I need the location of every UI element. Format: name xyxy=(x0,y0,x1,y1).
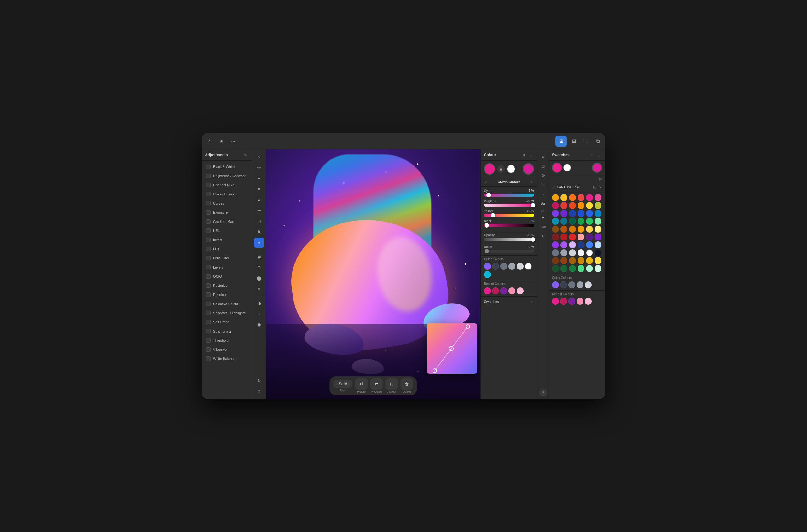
background-swatch[interactable] xyxy=(507,165,515,173)
adj-checkbox[interactable] xyxy=(206,220,211,224)
recent-colour-2[interactable] xyxy=(492,287,499,294)
adj-shadows-highlights[interactable]: Shadows / Highlights xyxy=(203,308,250,317)
recent-colour-3[interactable] xyxy=(500,287,507,294)
grid-button[interactable]: ⋮⋮ xyxy=(581,136,591,146)
adj-checkbox[interactable] xyxy=(206,311,211,315)
swatch-cell[interactable] xyxy=(552,265,559,272)
noise-thumb[interactable] xyxy=(485,249,489,253)
adj-levels[interactable]: Levels xyxy=(203,263,250,272)
opacity-thumb[interactable] xyxy=(531,237,535,242)
crop-tool[interactable]: ⊡ xyxy=(254,216,264,226)
swatch-cell[interactable] xyxy=(595,249,601,256)
canvas-area[interactable]: ✦ ✦ ✦ ✦ ✦ ✦ ✦ ✦ ✦ ✦ ✦ ✦ ✦ xyxy=(266,149,481,399)
recent-colour-4[interactable] xyxy=(508,287,515,294)
adj-checkbox[interactable] xyxy=(206,292,211,297)
swatch-cell[interactable] xyxy=(569,265,576,272)
adj-selective-colour[interactable]: Selective Colour xyxy=(203,299,250,308)
star2-tool[interactable]: ✦ xyxy=(254,309,264,319)
adj-recolour[interactable]: Recolour xyxy=(203,290,250,299)
adj-exposure[interactable]: Exposure xyxy=(203,208,250,217)
swatches-link-label[interactable]: Swatches xyxy=(484,300,499,304)
swatch-cell[interactable] xyxy=(569,242,576,248)
grid-icon[interactable]: ⋮⋮ xyxy=(539,180,548,189)
swatch-cell[interactable] xyxy=(595,226,601,233)
layers-button[interactable]: ⊟ xyxy=(569,136,579,146)
swatch-cell[interactable] xyxy=(569,202,576,209)
swatch-cell[interactable] xyxy=(552,233,559,241)
adj-vibrance[interactable]: Vibrance xyxy=(203,345,250,354)
adj-invert[interactable]: Invert xyxy=(203,235,250,244)
adj-checkbox[interactable] xyxy=(206,320,211,324)
swatch-cell[interactable] xyxy=(586,242,593,248)
reverse-button[interactable]: ⇄ xyxy=(370,378,383,390)
cyan-thumb[interactable] xyxy=(486,193,491,197)
back-button[interactable]: ‹ xyxy=(204,136,214,146)
swatch-cell[interactable] xyxy=(595,265,601,272)
adj-ocio[interactable]: OCIO xyxy=(203,272,250,281)
rotate-icon[interactable]: ↻ xyxy=(539,232,548,241)
colour-export-icon[interactable]: ⊞ xyxy=(520,152,526,158)
eyedrop-tool[interactable]: ◉ xyxy=(254,252,264,262)
noise-track[interactable] xyxy=(484,250,534,253)
transform-button[interactable]: ⧉ xyxy=(593,136,603,146)
adj-checkbox[interactable] xyxy=(206,357,211,361)
swatch-cell[interactable] xyxy=(552,257,559,264)
swatch-cell[interactable] xyxy=(586,210,593,217)
swatch-cell[interactable] xyxy=(578,202,584,209)
swatch-cell[interactable] xyxy=(595,210,601,217)
adj-hsl[interactable]: HSL xyxy=(203,226,250,235)
adj-checkbox[interactable] xyxy=(206,338,211,343)
swatch-cell[interactable] xyxy=(595,257,601,264)
swatch-cell[interactable] xyxy=(569,257,576,264)
adj-checkbox[interactable] xyxy=(206,283,211,288)
swatch-cell[interactable] xyxy=(586,226,593,233)
adj-posterise[interactable]: Posterise xyxy=(203,281,250,290)
quick-colour-white[interactable] xyxy=(525,263,532,270)
swatch-cell[interactable] xyxy=(569,218,576,225)
adj-channel-mixer[interactable]: Channel Mixer xyxy=(203,180,250,189)
adj-checkbox[interactable] xyxy=(206,201,211,206)
swatch-cell[interactable] xyxy=(578,226,584,233)
select-tool[interactable]: ↖ xyxy=(254,152,264,162)
adj-threshold[interactable]: Threshold xyxy=(203,336,250,345)
adj-checkbox[interactable] xyxy=(206,238,211,242)
swatch-cell[interactable] xyxy=(569,226,576,233)
aspect-button[interactable]: ⊡ xyxy=(386,378,398,390)
adj-checkbox[interactable] xyxy=(206,183,211,187)
sw-recent-colour[interactable] xyxy=(568,298,575,305)
sw-recent-colour[interactable] xyxy=(552,298,559,305)
sw-quick-colour[interactable] xyxy=(560,282,567,288)
star-icon[interactable]: ✦ xyxy=(539,190,548,198)
adj-colour-balance[interactable]: Colour Balance xyxy=(203,190,250,198)
swatch-cell[interactable] xyxy=(561,257,567,264)
wand-tool[interactable]: ✶ xyxy=(254,284,264,294)
active-tool[interactable]: ⁕ xyxy=(254,238,264,248)
swatch-cell[interactable] xyxy=(561,242,567,248)
swatch-cell[interactable] xyxy=(561,218,567,225)
fill-tool[interactable]: ⬤ xyxy=(254,273,264,283)
swatch-cell[interactable] xyxy=(561,202,567,209)
eye-tool[interactable]: ◉ xyxy=(254,320,264,330)
swatch-cell[interactable] xyxy=(578,210,584,217)
recent-colour-5[interactable] xyxy=(517,287,524,294)
magenta-track[interactable] xyxy=(484,204,534,207)
black-track[interactable] xyxy=(484,224,534,227)
swatch-cell[interactable] xyxy=(552,218,559,225)
swatch-cell[interactable] xyxy=(595,233,601,241)
rotate-tool[interactable]: ↻ xyxy=(254,376,264,386)
brush-tool[interactable]: ✏ xyxy=(254,163,264,173)
swatch-cell[interactable] xyxy=(552,210,559,217)
adj-checkbox[interactable] xyxy=(206,174,211,178)
more-button[interactable]: ••• xyxy=(228,136,238,146)
swatch-cell[interactable] xyxy=(578,218,584,225)
black-thumb[interactable] xyxy=(485,223,489,228)
adj-checkbox[interactable] xyxy=(206,247,211,251)
swatch-cell[interactable] xyxy=(595,202,601,209)
adj-lens-filter[interactable]: Lens Filter xyxy=(203,254,250,263)
swatch-cell[interactable] xyxy=(595,194,601,201)
swatches-export-icon[interactable]: ⊞ xyxy=(596,152,602,158)
swatch-cell[interactable] xyxy=(578,257,584,264)
adj-checkbox[interactable] xyxy=(206,329,211,334)
swatch-cell[interactable] xyxy=(578,242,584,248)
pen-tool[interactable]: ✒ xyxy=(254,184,264,194)
